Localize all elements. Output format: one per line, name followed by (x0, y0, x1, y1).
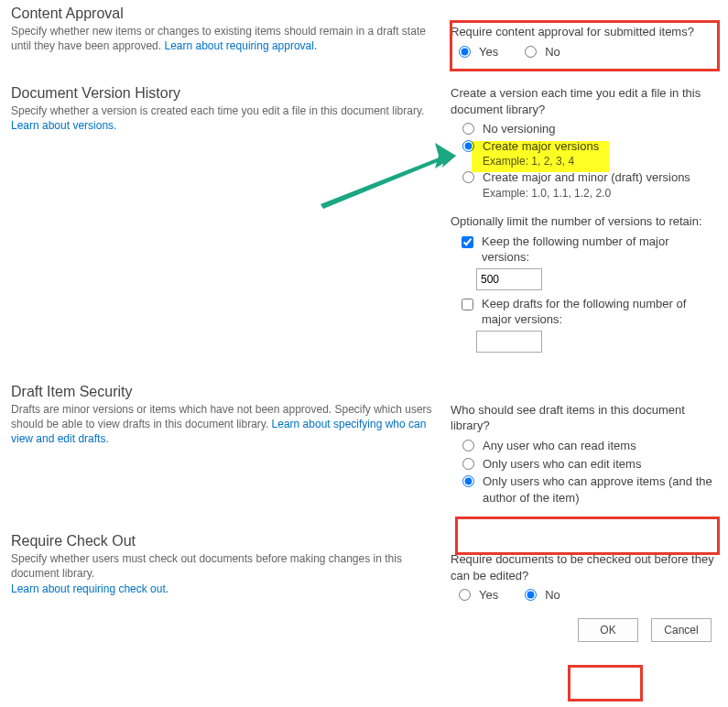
require-checkout-desc-text: Specify whether users must check out doc… (11, 552, 402, 580)
keep-major-input[interactable] (476, 268, 542, 290)
content-approval-yes-option[interactable]: Yes (454, 44, 498, 60)
require-checkout-heading: Require Check Out (11, 533, 432, 549)
versioning-major-minor-example: Example: 1.0, 1.1, 1.2, 2.0 (483, 186, 690, 201)
section-content-approval: Content Approval Specify whether new ite… (11, 5, 717, 60)
content-approval-yes-label: Yes (479, 44, 498, 60)
draft-security-desc: Drafts are minor versions or items which… (11, 402, 432, 447)
version-history-desc-text: Specify whether a version is created eac… (11, 104, 424, 117)
versioning-major-minor-label: Create major and minor (draft) versions … (483, 169, 690, 201)
keep-draft-checkbox[interactable] (462, 299, 473, 310)
checkout-no-label: No (545, 587, 560, 604)
cancel-button[interactable]: Cancel (651, 618, 712, 642)
versioning-major-minor-text: Create major and minor (draft) versions (483, 170, 690, 184)
draft-read-radio[interactable] (462, 440, 474, 451)
versioning-option-none[interactable]: No versioning (458, 121, 556, 137)
draft-approve-label: Only users who can approve items (and th… (483, 473, 717, 506)
version-history-learn-link[interactable]: Learn about versions. (11, 119, 116, 132)
version-limit-label: Optionally limit the number of versions … (451, 213, 717, 230)
ok-button[interactable]: OK (578, 618, 638, 642)
require-checkout-desc: Specify whether users must check out doc… (11, 551, 432, 596)
versioning-major-radio[interactable] (462, 140, 474, 152)
versioning-option-major-minor[interactable]: Create major and minor (draft) versions … (458, 169, 690, 201)
draft-edit-radio[interactable] (462, 458, 474, 470)
draft-approve-radio[interactable] (462, 475, 474, 487)
content-approval-heading: Content Approval (11, 5, 432, 22)
annotation-redbox-ok-button (568, 665, 643, 702)
versioning-major-text: Create major versions (483, 139, 599, 153)
keep-major-checkbox[interactable] (462, 236, 473, 248)
content-approval-question: Require content approval for submitted i… (451, 24, 717, 40)
content-approval-no-radio[interactable] (525, 46, 537, 58)
section-require-checkout: Require Check Out Specify whether users … (11, 533, 717, 604)
draft-option-read[interactable]: Any user who can read items (458, 438, 636, 454)
keep-major-label: Keep the following number of major versi… (482, 234, 717, 266)
checkout-yes-label: Yes (479, 587, 498, 604)
content-approval-yes-radio[interactable] (459, 46, 471, 58)
content-approval-no-option[interactable]: No (520, 44, 560, 60)
draft-security-question: Who should see draft items in this docum… (451, 402, 717, 434)
require-checkout-learn-link[interactable]: Learn about requiring check out. (11, 582, 168, 595)
draft-option-edit[interactable]: Only users who can edit items (458, 456, 641, 473)
content-approval-learn-link[interactable]: Learn about requiring approval. (164, 39, 317, 52)
versioning-none-radio[interactable] (462, 123, 474, 135)
keep-major-row: Keep the following number of major versi… (458, 234, 717, 266)
draft-edit-label: Only users who can edit items (483, 456, 641, 473)
version-history-heading: Document Version History (11, 85, 432, 102)
draft-security-heading: Draft Item Security (11, 384, 432, 400)
versioning-major-label: Create major versions Example: 1, 2, 3, … (483, 138, 599, 169)
versioning-major-example: Example: 1, 2, 3, 4 (483, 154, 599, 169)
draft-option-approve[interactable]: Only users who can approve items (and th… (458, 473, 717, 506)
require-checkout-question: Require documents to be checked out befo… (451, 551, 717, 583)
versioning-none-label: No versioning (483, 121, 556, 137)
content-approval-desc: Specify whether new items or changes to … (11, 24, 432, 53)
checkout-yes-radio[interactable] (459, 589, 471, 601)
checkout-no-option[interactable]: No (520, 587, 560, 604)
content-approval-no-label: No (545, 44, 560, 60)
section-draft-security: Draft Item Security Drafts are minor ver… (11, 384, 717, 506)
versioning-major-minor-radio[interactable] (462, 171, 474, 183)
button-row: OK Cancel (11, 618, 717, 642)
checkout-no-radio[interactable] (525, 589, 537, 601)
keep-draft-input[interactable] (476, 331, 542, 353)
draft-read-label: Any user who can read items (483, 438, 636, 454)
versioning-option-major[interactable]: Create major versions Example: 1, 2, 3, … (458, 138, 599, 169)
keep-draft-row: Keep drafts for the following number of … (458, 296, 717, 328)
version-history-question: Create a version each time you edit a fi… (451, 85, 717, 117)
version-history-desc: Specify whether a version is created eac… (11, 103, 432, 133)
section-version-history: Document Version History Specify whether… (11, 85, 717, 353)
checkout-yes-option[interactable]: Yes (454, 587, 498, 604)
keep-draft-label: Keep drafts for the following number of … (482, 296, 717, 328)
